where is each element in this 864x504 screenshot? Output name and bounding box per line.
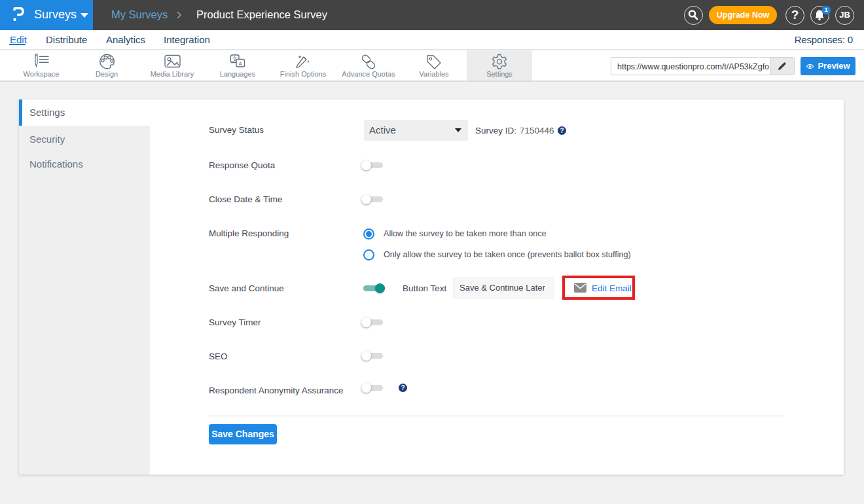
svg-text:A: A — [239, 61, 243, 67]
svg-text:文: 文 — [232, 56, 238, 62]
